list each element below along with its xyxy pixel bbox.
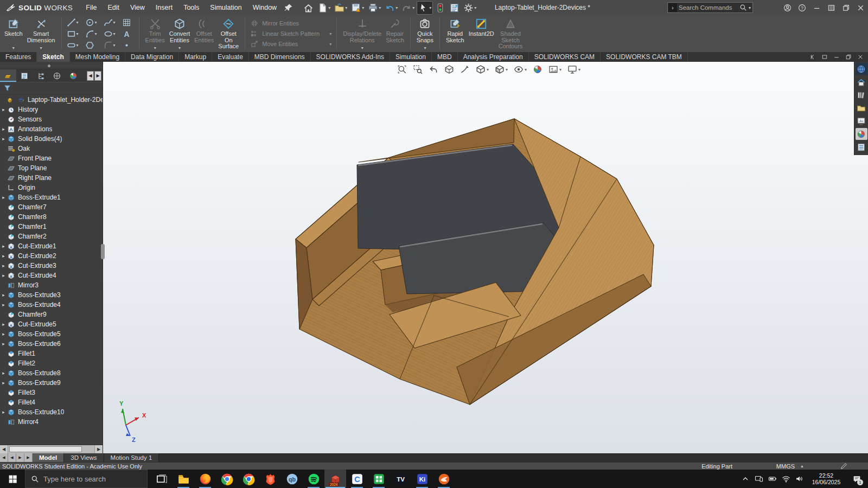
command-search[interactable]: › ▾ xyxy=(667,2,753,13)
pt-dimxpert-tab[interactable] xyxy=(49,69,65,82)
status-units-selector[interactable]: MMGS ▲ xyxy=(776,463,804,470)
tree-item-right-plane[interactable]: Right Plane xyxy=(0,173,103,183)
ribbon-display-delete-relations-button[interactable]: Display/Delete Relations▾ xyxy=(341,17,384,52)
doc-tab-model[interactable]: Model xyxy=(33,453,64,462)
pt-appearances-tab[interactable] xyxy=(65,69,81,82)
new-file-caret[interactable]: ▾ xyxy=(328,5,330,10)
print-button[interactable]: ▾ xyxy=(366,1,382,15)
taskbar-app-chrome2[interactable] xyxy=(238,470,259,488)
tab-sketch[interactable]: Sketch xyxy=(37,52,69,62)
tree-item-boss-extrude8[interactable]: ▸Boss-Extrude8 xyxy=(0,368,103,378)
model-3d-laptop-tablet-holder[interactable] xyxy=(103,62,868,453)
zoom-fit-button[interactable] xyxy=(396,63,408,75)
undo-button[interactable]: ▾ xyxy=(383,1,399,15)
tree-item-chamfer9[interactable]: Chamfer9 xyxy=(0,310,103,319)
tree-item-history[interactable]: ▸History xyxy=(0,105,103,114)
tree-expand-arrow[interactable]: ▸ xyxy=(0,136,7,142)
tp-home-button[interactable] xyxy=(856,76,867,88)
tree-item-boss-extrude1[interactable]: ▸Boss-Extrude1 xyxy=(0,192,103,202)
doc-tab-motion-study-1[interactable]: Motion Study 1 xyxy=(104,453,159,462)
doc-tab-nav-prev[interactable]: ◀ xyxy=(8,453,16,462)
taskbar-app-kicad[interactable]: Ki xyxy=(411,470,433,488)
taskbar-app-chrome[interactable] xyxy=(216,470,238,488)
tree-expand-arrow[interactable]: ▸ xyxy=(0,322,7,327)
menu-file[interactable]: File xyxy=(80,0,102,15)
taskbar-app-calibre[interactable]: C xyxy=(346,470,368,488)
doc-tab-nav-next[interactable]: ▶ xyxy=(16,453,24,462)
taskbar-app-orange[interactable] xyxy=(433,470,455,488)
tree-expand-arrow[interactable]: ▸ xyxy=(0,253,7,259)
ribbon-offset-entities-button[interactable]: Offset Entities xyxy=(192,17,216,52)
sk-polygon-button[interactable] xyxy=(82,40,100,51)
ribbon-sketch-button[interactable]: Sketch▾ xyxy=(2,17,25,52)
apply-scene-button[interactable]: ▾ xyxy=(547,63,563,75)
tree-item-fillet4[interactable]: Fillet4 xyxy=(0,397,103,407)
menu-window[interactable]: Window xyxy=(247,0,282,15)
pin-icon[interactable] xyxy=(283,2,294,13)
panel-splitter-grip[interactable] xyxy=(101,244,105,259)
redo-button[interactable]: ▾ xyxy=(400,1,416,15)
taskbar-app-solidworks[interactable]: 2024 xyxy=(324,470,346,488)
display-style-button[interactable]: ▾ xyxy=(494,63,509,75)
tab-evaluate[interactable]: Evaluate xyxy=(212,52,249,62)
search-dropdown-caret[interactable]: ▾ xyxy=(749,5,751,10)
tree-expand-arrow[interactable]: ▸ xyxy=(0,370,7,376)
sk-mesh-button[interactable] xyxy=(119,17,137,28)
win-restore-button[interactable] xyxy=(839,0,853,15)
pen-tablet-icon[interactable] xyxy=(840,463,847,470)
win-close-button[interactable] xyxy=(857,54,864,60)
menu-view[interactable]: View xyxy=(125,0,150,15)
tab-solidworks-cam[interactable]: SOLIDWORKS CAM xyxy=(529,52,601,62)
win-minimize-button[interactable] xyxy=(833,54,840,60)
section-view-button[interactable] xyxy=(443,63,455,75)
panel-collapse-handle[interactable] xyxy=(0,62,103,69)
save-warning-button[interactable]: ▾ xyxy=(349,1,366,15)
sk-circle-button[interactable]: ▾ xyxy=(82,17,100,28)
tree-item-chamfer1[interactable]: Chamfer1 xyxy=(0,222,103,232)
tree-expand-arrow[interactable]: ▸ xyxy=(0,302,7,307)
select-cursor-caret[interactable]: ▾ xyxy=(429,5,431,10)
view-orientation-button[interactable]: ▾ xyxy=(475,63,490,75)
ribbon-smart-dimension-button[interactable]: Smart Dimension▾ xyxy=(25,17,58,52)
tree-item-mirror4[interactable]: Mirror4 xyxy=(0,417,103,427)
settings-gear-caret[interactable]: ▾ xyxy=(474,5,476,10)
menu-tools[interactable]: Tools xyxy=(178,0,205,15)
pt-configurations-tab[interactable] xyxy=(33,69,49,82)
scroll-right-arrow[interactable]: ▶ xyxy=(94,445,103,453)
doc-collapse-button[interactable] xyxy=(809,54,816,60)
ribbon-trim-entities-button[interactable]: Trim Entities▾ xyxy=(143,17,167,52)
tree-item-chamfer8[interactable]: Chamfer8 xyxy=(0,212,103,222)
tree-expand-arrow[interactable]: ▸ xyxy=(0,409,7,415)
tree-expand-arrow[interactable]: ▸ xyxy=(0,195,7,200)
tab-solidworks-add-ins[interactable]: SOLIDWORKS Add-Ins xyxy=(311,52,390,62)
tray-wifi-icon[interactable] xyxy=(782,474,790,483)
taskbar-search-input[interactable] xyxy=(43,475,147,483)
options-list-button[interactable] xyxy=(448,1,461,15)
ribbon-instant2d-button[interactable]: Instant2D xyxy=(467,17,496,52)
win-close-button[interactable] xyxy=(853,0,868,15)
sk-text-button[interactable]: A xyxy=(119,28,137,40)
doc-tab-3d-views[interactable]: 3D Views xyxy=(64,453,104,462)
sk-ellipse-button[interactable]: ▾ xyxy=(100,28,119,40)
tree-expand-arrow[interactable]: ▸ xyxy=(0,331,7,337)
ribbon-quick-snaps-button[interactable]: Quick Snaps▾ xyxy=(414,17,436,52)
sk-spline-button[interactable]: ▾ xyxy=(100,17,119,28)
tree-filter-row[interactable] xyxy=(0,82,103,94)
taskbar-app-brave[interactable] xyxy=(259,470,281,488)
scroll-left-arrow[interactable]: ◀ xyxy=(0,445,8,453)
undo-caret[interactable]: ▾ xyxy=(395,5,398,10)
win-restore-button[interactable] xyxy=(845,54,852,60)
scrollbar-track[interactable] xyxy=(8,445,94,453)
panel-tabs-scroll-right[interactable]: ▶ xyxy=(94,71,101,81)
action-center-button[interactable]: 1 xyxy=(848,470,865,488)
tree-item-fillet3[interactable]: Fillet3 xyxy=(0,388,103,397)
start-button[interactable] xyxy=(0,470,25,488)
tree-expand-arrow[interactable]: ▸ xyxy=(0,263,7,268)
tree-item-boss-extrude4[interactable]: ▸Boss-Extrude4 xyxy=(0,300,103,310)
tab-analysis-preparation[interactable]: Analysis Preparation xyxy=(458,52,529,62)
tp-appearances-button[interactable] xyxy=(856,128,867,140)
tree-item-chamfer7[interactable]: Chamfer7 xyxy=(0,202,103,212)
tp-resources-button[interactable] xyxy=(856,63,867,75)
menu-simulation[interactable]: Simulation xyxy=(205,0,247,15)
tree-item-cut-extrude5[interactable]: ▸Cut-Extrude5 xyxy=(0,319,103,329)
